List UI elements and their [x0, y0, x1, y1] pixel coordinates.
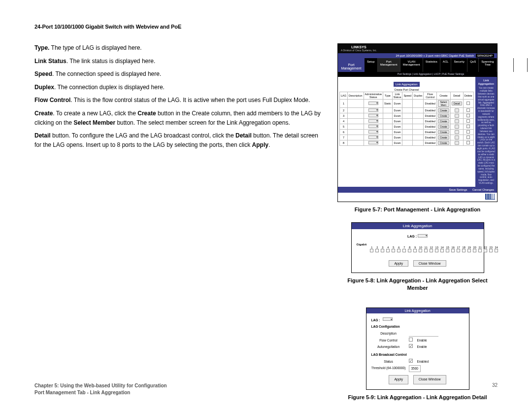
port-checkbox[interactable] [478, 249, 482, 252]
fig7-tab-statistics[interactable]: Statistics [423, 58, 440, 72]
fig7-td[interactable] [463, 119, 473, 124]
body-text-column: Type. The type of LAG is displayed here.… [34, 43, 324, 401]
port-checkbox[interactable] [484, 249, 487, 252]
fig7-td[interactable]: Create [436, 140, 450, 146]
fig7-td[interactable] [364, 108, 383, 113]
fig7-brand-sub: A Division of Cisco Systems, Inc. [341, 49, 377, 52]
fig7-td[interactable]: Detail [450, 100, 463, 108]
fig7-save-button[interactable]: Save Settings [449, 188, 467, 191]
fig7-td[interactable] [364, 140, 383, 146]
fig7-td[interactable] [463, 140, 473, 146]
fig9-thresh-input[interactable]: 3500 [409, 365, 421, 372]
fig7-td[interactable]: Create [436, 135, 450, 140]
create-bold1: Create [137, 110, 156, 117]
fig9-auto-checkbox[interactable] [409, 344, 413, 348]
port-checkbox[interactable] [419, 249, 422, 252]
fig7-td[interactable] [463, 113, 473, 119]
fig7-td[interactable] [364, 119, 383, 124]
port-checkbox[interactable] [402, 249, 406, 252]
port-checkbox[interactable] [424, 249, 428, 252]
fig7-tab-port-management[interactable]: Port Management [378, 58, 400, 72]
port-checkbox[interactable] [451, 249, 455, 252]
port-checkbox[interactable] [430, 249, 433, 252]
port-checkbox[interactable] [440, 249, 444, 252]
fig9-desc-input[interactable] [409, 331, 438, 337]
port-checkbox[interactable] [457, 249, 460, 252]
port-checkbox[interactable] [381, 249, 384, 252]
port-checkbox[interactable] [392, 249, 395, 252]
port-checkbox[interactable] [386, 249, 390, 252]
fig7-tab-multicast[interactable]: Multicast [497, 58, 514, 72]
fig7-td[interactable]: Create [436, 119, 450, 124]
fig7-th: Description [348, 92, 364, 100]
fig7-td[interactable] [463, 135, 473, 140]
fig7-td: Disabled [424, 140, 436, 146]
fig8-lag-row: LAG : [357, 234, 479, 238]
port-checkbox[interactable] [495, 249, 498, 252]
fig7-td[interactable] [364, 100, 383, 108]
fig7-td[interactable] [463, 130, 473, 135]
fig7-td: 5 [340, 124, 348, 130]
fig9-flow-checkbox[interactable] [409, 338, 413, 342]
fig8-lag-label: LAG : [407, 235, 417, 238]
fig8-port-2: 2 [375, 246, 379, 252]
fig7-td[interactable] [463, 108, 473, 113]
fig7-td[interactable] [450, 108, 463, 113]
fig9-lag-select[interactable] [383, 317, 393, 321]
port-checkbox[interactable] [446, 249, 449, 252]
port-checkbox[interactable] [413, 249, 417, 252]
fig7-td[interactable] [463, 100, 473, 108]
fig9-desc-label: Description [371, 331, 406, 337]
fig7-td[interactable]: Create [436, 130, 450, 135]
fig7-td[interactable]: Select Mem [436, 100, 450, 108]
fig7-tab-stp[interactable]: Spanning Tree [479, 58, 497, 72]
port-checkbox[interactable] [435, 249, 438, 252]
port-checkbox[interactable] [375, 249, 379, 252]
port-checkbox[interactable] [370, 249, 373, 252]
fig7-td[interactable] [450, 135, 463, 140]
fig9-auto-opt: Enable [417, 344, 427, 350]
fig8-port-18: 18 [462, 246, 466, 252]
fig9-thresh-label: Threshold (64-1000000) [371, 365, 406, 372]
create-text1: . To create a new LAG, click the [53, 110, 137, 117]
fig7-td[interactable] [364, 135, 383, 140]
fig7-td[interactable] [364, 124, 383, 130]
fig7-td [402, 124, 413, 130]
fig7-tab-vlan[interactable]: VLAN Management [400, 58, 423, 72]
fig8-apply-button[interactable]: Apply [389, 260, 408, 267]
fig7-td[interactable] [364, 113, 383, 119]
fig7-side-text: You can create multiple links between de… [477, 87, 495, 184]
fig7-tab-security[interactable]: Security [451, 58, 467, 72]
fig7-tab-qos[interactable]: QoS [467, 58, 479, 72]
port-checkbox[interactable] [397, 249, 400, 252]
fig7-tab-admin[interactable]: Admin [514, 58, 528, 72]
port-checkbox[interactable] [473, 249, 476, 252]
fig9-status-checkbox[interactable] [409, 359, 413, 363]
port-checkbox[interactable] [408, 249, 411, 252]
fig8-port-6: 6 [397, 246, 401, 252]
fig7-td[interactable] [450, 113, 463, 119]
fig8-lag-select[interactable] [418, 234, 428, 238]
fig7-td[interactable] [463, 124, 473, 130]
fig7-td: Down [392, 108, 402, 113]
port-checkbox[interactable] [462, 249, 466, 252]
fig7-td [413, 135, 424, 140]
fig7-th: LAG [340, 92, 348, 100]
fig7-td[interactable] [450, 124, 463, 130]
fig7-td[interactable]: Create [436, 108, 450, 113]
fig7-tab-acl[interactable]: ACL [440, 58, 452, 72]
fig7-td [383, 135, 393, 140]
fig7-td[interactable] [450, 119, 463, 124]
port-checkbox[interactable] [489, 249, 493, 252]
detail-label: Detail [34, 132, 51, 139]
fig7-td[interactable]: Create [436, 113, 450, 119]
fig7-tab-setup[interactable]: Setup [365, 58, 378, 72]
fig7-td [402, 140, 413, 146]
fig8-close-button[interactable]: Close Window [413, 260, 446, 267]
fig7-td[interactable] [450, 140, 463, 146]
fig7-td[interactable] [364, 130, 383, 135]
fig7-td[interactable] [450, 130, 463, 135]
port-checkbox[interactable] [467, 249, 471, 252]
fig7-cancel-button[interactable]: Cancel Changes [472, 188, 494, 191]
fig7-td[interactable]: Create [436, 124, 450, 130]
